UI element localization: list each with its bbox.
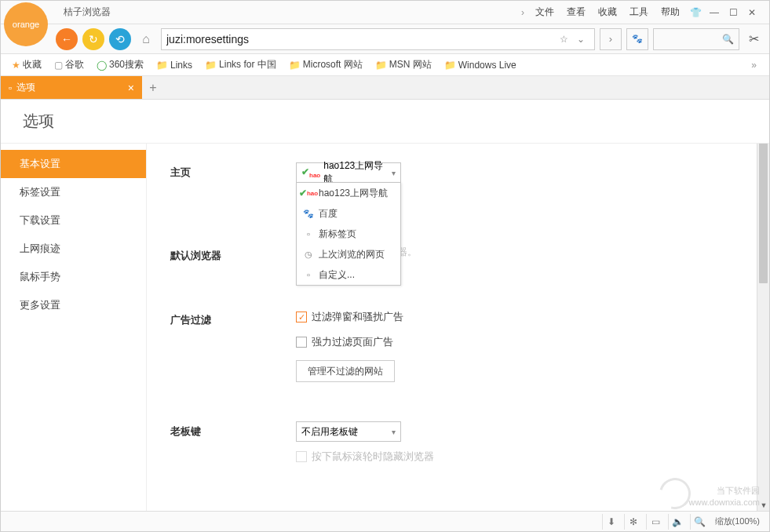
checkbox-icon	[296, 337, 307, 348]
bosskey-label: 老板键	[170, 421, 296, 439]
skin-icon[interactable]: 👕	[688, 5, 703, 20]
bookmark-links[interactable]: 📁Links	[151, 58, 197, 72]
adblock-popup-checkbox[interactable]: ✓ 过滤弹窗和骚扰广告	[296, 310, 403, 324]
hao123-icon: ✔hao	[301, 166, 320, 179]
homepage-combo[interactable]: ✔hao hao123上网导航 ▾	[296, 162, 401, 183]
title-bar: 桔子浏览器 › 文件 查看 收藏 工具 帮助 👕 — ☐ ✕	[1, 1, 769, 24]
url-input[interactable]	[166, 33, 555, 46]
sidebar-item-basic[interactable]: 基本设置	[1, 150, 146, 178]
screenshot-button[interactable]: ✂	[744, 31, 763, 46]
search-box[interactable]: 🔍	[653, 28, 739, 50]
bookmark-microsoft[interactable]: 📁Microsoft 网站	[284, 56, 367, 73]
folder-icon: 📁	[375, 60, 387, 71]
bookmarks-fav[interactable]: ★收藏	[7, 56, 46, 73]
dropdown-item-hao123[interactable]: ✔haohao123上网导航	[297, 183, 400, 203]
folder-icon: 📁	[205, 60, 217, 71]
menu-file[interactable]: 文件	[531, 4, 559, 20]
window-title: 桔子浏览器	[64, 5, 111, 19]
browser-window: orange 桔子浏览器 › 文件 查看 收藏 工具 帮助 👕 — ☐ ✕ ← …	[0, 0, 770, 532]
dropdown-item-baidu[interactable]: 🐾百度	[297, 203, 400, 224]
sidebar-item-gestures[interactable]: 鼠标手势	[1, 263, 146, 291]
page-icon: ▫	[9, 82, 12, 93]
adblock-label: 广告过滤	[170, 310, 296, 327]
page-icon: ▢	[54, 60, 63, 71]
scroll-down-icon[interactable]: ▼	[758, 500, 769, 511]
vertical-scrollbar[interactable]: ▲ ▼	[757, 100, 769, 511]
menu-chevron-icon[interactable]: ›	[518, 7, 527, 18]
sidebar-item-history[interactable]: 上网痕迹	[1, 235, 146, 263]
settings-main: 主页 ✔hao hao123上网导航 ▾ ✔haohao123上网导航 🐾百度 …	[146, 100, 757, 511]
refresh-button[interactable]: ↻	[82, 28, 104, 50]
homepage-dropdown: ✔haohao123上网导航 🐾百度 ▫新标签页 ◷上次浏览的网页 ▫自定义..…	[296, 182, 401, 286]
sidebar-item-download[interactable]: 下载设置	[1, 206, 146, 235]
minimize-button[interactable]: —	[706, 5, 722, 20]
default-browser-row: 默认浏览器 器。	[170, 246, 757, 263]
menu-view[interactable]: 查看	[562, 4, 590, 20]
folder-icon: 📁	[156, 60, 168, 71]
bookmarks-overflow[interactable]: »	[745, 56, 763, 74]
baidu-icon: 🐾	[303, 209, 314, 219]
bosskey-combo[interactable]: 不启用老板键 ▾	[296, 421, 401, 442]
close-button[interactable]: ✕	[744, 5, 760, 20]
menu-help[interactable]: 帮助	[656, 4, 684, 20]
tab-title: 选项	[16, 81, 35, 94]
bookmark-msn[interactable]: 📁MSN 网站	[370, 56, 436, 73]
page-title: 选项	[1, 100, 769, 144]
screen-icon[interactable]: ▭	[646, 514, 665, 530]
maximize-button[interactable]: ☐	[725, 5, 741, 20]
globe-icon: ◯	[97, 60, 107, 71]
checkbox-checked-icon: ✓	[296, 312, 307, 322]
back-button[interactable]: ←	[56, 28, 78, 50]
settings-icon[interactable]: ✻	[624, 514, 643, 530]
app-logo: orange	[4, 2, 48, 46]
bosskey-row: 老板键 不启用老板键 ▾ 按下鼠标滚轮时隐藏浏览器	[170, 421, 757, 464]
adblock-manage-button[interactable]: 管理不过滤的网站	[296, 360, 395, 382]
checkbox-disabled-icon	[296, 451, 307, 462]
mute-icon[interactable]: 🔈	[668, 514, 687, 530]
sidebar-item-more[interactable]: 更多设置	[1, 291, 146, 319]
clock-icon: ◷	[303, 250, 314, 260]
settings-sidebar: 基本设置 标签设置 下载设置 上网痕迹 鼠标手势 更多设置	[1, 100, 146, 511]
bookmarks-bar: ★收藏 ▢谷歌 ◯360搜索 📁Links 📁Links for 中国 📁Mic…	[1, 54, 769, 76]
folder-icon: 📁	[444, 60, 456, 71]
tab-close-button[interactable]: ×	[128, 82, 134, 94]
star-icon: ★	[12, 60, 20, 71]
page-icon: ▫	[303, 229, 314, 239]
adblock-row: 广告过滤 ✓ 过滤弹窗和骚扰广告 强力过滤页面广告 管理不过滤的网站	[170, 310, 757, 382]
tab-strip: ▫ 选项 × +	[1, 76, 769, 100]
search-icon[interactable]: 🔍	[722, 34, 734, 45]
menu-favorites[interactable]: 收藏	[593, 4, 622, 20]
homepage-label: 主页	[170, 162, 296, 180]
new-tab-button[interactable]: +	[142, 76, 164, 99]
menu-bar: › 文件 查看 收藏 工具 帮助 👕 — ☐ ✕	[518, 4, 763, 20]
undo-close-button[interactable]: ⟲	[109, 28, 131, 50]
star-icon[interactable]: ☆	[555, 34, 572, 45]
address-bar[interactable]: ☆ ⌄	[161, 28, 595, 50]
bookmark-360[interactable]: ◯360搜索	[92, 56, 148, 73]
menu-tools[interactable]: 工具	[625, 4, 653, 20]
chevron-down-icon[interactable]: ⌄	[572, 34, 589, 45]
go-button[interactable]: ›	[600, 28, 622, 50]
bosskey-selected: 不启用老板键	[301, 425, 358, 439]
tab-options[interactable]: ▫ 选项 ×	[1, 76, 142, 99]
dropdown-item-custom[interactable]: ▫自定义...	[297, 264, 400, 285]
toolbar: ← ↻ ⟲ ⌂ ☆ ⌄ › 🐾 🔍 ✂	[1, 24, 769, 54]
sidebar-item-tabs[interactable]: 标签设置	[1, 178, 146, 206]
zoom-icon[interactable]: 🔍	[690, 514, 709, 530]
download-icon[interactable]: ⬇	[602, 514, 621, 530]
home-button[interactable]: ⌂	[136, 29, 156, 49]
page-content: 选项 基本设置 标签设置 下载设置 上网痕迹 鼠标手势 更多设置 主页 ✔hao…	[1, 100, 769, 511]
zoom-level[interactable]: 缩放(100%)	[712, 516, 763, 527]
dropdown-item-lastsession[interactable]: ◷上次浏览的网页	[297, 244, 400, 264]
folder-icon: 📁	[289, 60, 301, 71]
caret-down-icon: ▾	[392, 428, 396, 436]
page-icon: ▫	[303, 270, 314, 279]
dropdown-item-newtab[interactable]: ▫新标签页	[297, 224, 400, 244]
default-browser-label: 默认浏览器	[170, 246, 296, 263]
bookmark-links-cn[interactable]: 📁Links for 中国	[200, 56, 281, 73]
adblock-strong-checkbox[interactable]: 强力过滤页面广告	[296, 335, 403, 349]
bookmark-google[interactable]: ▢谷歌	[49, 56, 89, 73]
search-engine-selector[interactable]: 🐾	[626, 28, 648, 50]
bookmark-winlive[interactable]: 📁Windows Live	[440, 58, 521, 72]
bosskey-hint-checkbox: 按下鼠标滚轮时隐藏浏览器	[296, 450, 434, 464]
